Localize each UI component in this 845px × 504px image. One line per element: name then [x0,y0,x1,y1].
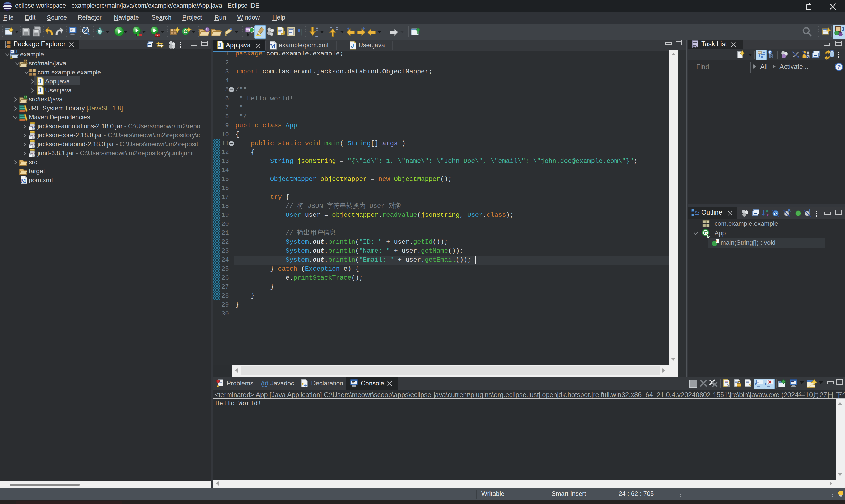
svg-text:C: C [704,230,707,235]
svg-text:e: e [302,381,304,386]
svg-text:¶: ¶ [297,26,302,36]
svg-text:J: J [841,26,844,32]
svg-text:z: z [767,213,769,217]
svg-text:S: S [788,209,791,213]
svg-text:@: @ [261,379,268,388]
svg-text:L: L [809,209,811,213]
svg-text:S: S [716,239,719,243]
svg-text:?: ? [837,64,841,70]
svg-text:a: a [766,209,769,213]
